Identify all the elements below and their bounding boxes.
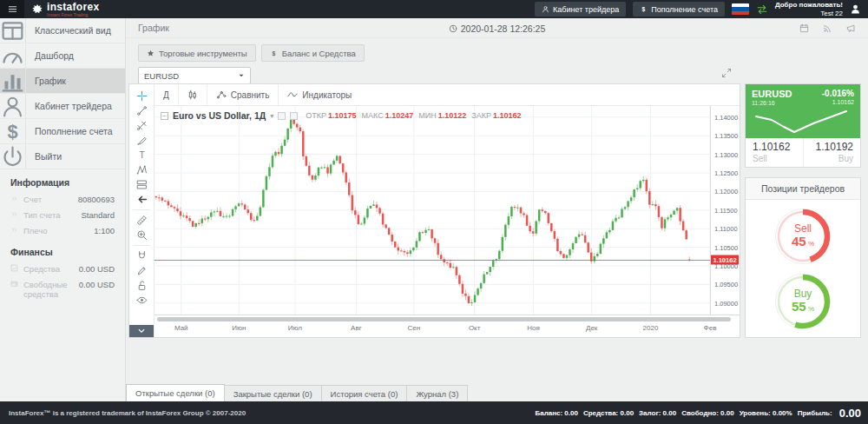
- sidebar-item-label: Выйти: [26, 144, 62, 169]
- sidebar-item-dashboard[interactable]: Дашборд: [0, 43, 125, 69]
- toolbar-more-button[interactable]: [129, 325, 154, 337]
- main-area: 2020-01-28 12:26:25 График Торговые инст…: [126, 18, 868, 401]
- footer-stat: Залог: 0.00: [639, 409, 676, 417]
- instaforex-logo-icon: [31, 3, 43, 16]
- sidebar-item-power[interactable]: Выйти: [0, 144, 125, 169]
- logo-subtitle: Instant Forex Trading: [47, 13, 99, 17]
- buy-price: 1.10192: [811, 141, 854, 153]
- time-tick: Сен: [408, 324, 421, 332]
- price-tick: 1.10000: [714, 262, 738, 270]
- legend-collapse-icon[interactable]: −: [161, 112, 168, 120]
- candles-icon: [187, 89, 198, 100]
- angles-icon: [10, 210, 18, 218]
- position-tool-icon[interactable]: [132, 177, 151, 192]
- sell-positions-donut[interactable]: Sell 45 %: [774, 208, 832, 265]
- legend-settings-icon[interactable]: [290, 112, 298, 120]
- sidebar-item-bar-chart[interactable]: График: [0, 69, 125, 94]
- deposit-label: Пополнение счета: [651, 5, 718, 14]
- calendar-icon[interactable]: [799, 23, 809, 33]
- timeframe-button[interactable]: Д: [155, 84, 179, 105]
- sidebar-item-user[interactable]: Кабинет трейдера: [0, 94, 125, 119]
- legend-caret-icon[interactable]: ▾: [270, 112, 273, 120]
- language-flag-ru[interactable]: [732, 3, 749, 15]
- ruler-tool-icon[interactable]: [132, 213, 151, 228]
- brush-tool-icon[interactable]: [132, 133, 151, 148]
- magnet-tool-icon[interactable]: [132, 248, 151, 263]
- pencil-tool-icon[interactable]: [132, 263, 151, 278]
- menu-toggle-button[interactable]: [0, 0, 24, 18]
- info-value: Standard: [81, 210, 115, 220]
- price-axis[interactable]: 1.10162 1.140001.135001.130001.125001.12…: [710, 106, 740, 315]
- info-label: Плечо: [23, 226, 94, 236]
- chart-style-button[interactable]: [179, 84, 207, 105]
- footer-stat: Баланс: 0.00: [535, 409, 577, 417]
- xabcd-tool-icon[interactable]: [132, 162, 151, 177]
- time-axis[interactable]: МайИюнИюлАвгСенОктНояДек2020Фев: [155, 315, 740, 337]
- power-icon: [0, 144, 26, 169]
- fullscreen-icon[interactable]: [721, 68, 732, 78]
- sidebar-item-label: Дашборд: [26, 43, 74, 68]
- tab-журнал-3-[interactable]: Журнал (3): [406, 385, 468, 401]
- star-icon: [147, 50, 155, 57]
- deposit-button[interactable]: $ Пополнение счета: [633, 2, 725, 17]
- compare-button[interactable]: Сравнить: [207, 84, 279, 105]
- right-panel: EURUSD 11:26:16 -0.016% 1.10162 1.10162 …: [745, 83, 861, 338]
- chart-scrollbar[interactable]: [157, 317, 731, 321]
- window-icon: [0, 18, 26, 43]
- rss-icon[interactable]: [823, 23, 832, 33]
- avatar-icon[interactable]: [850, 3, 861, 15]
- price-tick: 1.09000: [714, 299, 738, 307]
- price-tick: 1.12000: [714, 188, 738, 195]
- exchange-arrows-icon[interactable]: [756, 3, 768, 16]
- buy-button[interactable]: 1.10192 Buy: [803, 138, 861, 167]
- tab-открытые-сделки-0-[interactable]: Открытые сделки (0): [126, 384, 225, 401]
- user-icon: [542, 5, 549, 13]
- instaforex-logo[interactable]: instaforex Instant Forex Trading: [31, 2, 99, 17]
- arrow-left-tool-icon[interactable]: [132, 192, 151, 207]
- trend-line-tool-icon[interactable]: [132, 103, 151, 118]
- quote-header: EURUSD 11:26:16 -0.016% 1.10162: [746, 84, 860, 138]
- dollar-icon: $: [640, 5, 648, 13]
- chart-panel: T Д Сравнить Индикаторы − Euro vs US Dol…: [128, 83, 740, 338]
- sell-label: Sell: [753, 154, 796, 163]
- trading-instruments-button[interactable]: Торговые инструменты: [138, 44, 256, 62]
- ohlc-ЗАКР: ЗАКР1.10162: [471, 111, 521, 120]
- donut-value: 55 %: [792, 300, 814, 315]
- quote-change: -0.016%: [822, 89, 854, 98]
- announcements-icon[interactable]: [846, 23, 856, 33]
- toolbar-divider: [133, 245, 150, 246]
- sidebar-item-window[interactable]: Классический вид: [0, 18, 125, 43]
- footer-stat: Свободно: 0.00: [681, 409, 733, 417]
- sell-button[interactable]: 1.10162 Sell: [746, 138, 803, 167]
- trading-instruments-label: Торговые инструменты: [159, 49, 247, 58]
- buy-positions-donut[interactable]: Buy 55 %: [774, 273, 832, 330]
- quote-widget[interactable]: EURUSD 11:26:16 -0.016% 1.10162 1.10162 …: [745, 83, 861, 168]
- time-tick: Июн: [232, 324, 246, 332]
- sidebar-item-dollar[interactable]: $Пополнение счета: [0, 119, 125, 144]
- ohlc-МАКС: МАКС1.10247: [362, 111, 414, 120]
- tab-история-счета-0-[interactable]: История счета (0): [321, 385, 408, 401]
- tab-закрытые-сделки-0-[interactable]: Закрытые сделки (0): [224, 385, 322, 401]
- zoom-in-tool-icon[interactable]: [132, 228, 151, 242]
- top-navbar: instaforex Instant Forex Trading Кабинет…: [0, 0, 868, 18]
- lock-open-tool-icon[interactable]: [132, 278, 151, 293]
- eye-tool-icon[interactable]: [132, 293, 151, 308]
- legend-hide-icon[interactable]: [278, 112, 286, 120]
- quote-price: 1.10162: [832, 99, 854, 105]
- sidebar-info-heading: Информация: [0, 169, 125, 192]
- crosshair-tool-icon[interactable]: [132, 89, 151, 103]
- indicators-button[interactable]: Индикаторы: [279, 84, 360, 105]
- symbol-select[interactable]: EURUSD: [138, 67, 251, 84]
- price-tick: 1.11500: [714, 206, 738, 214]
- chart-plot[interactable]: − Euro vs US Dollar, 1Д ▾ ОТКР1.10175МАК…: [155, 106, 710, 315]
- angles-icon: [10, 226, 18, 234]
- info-value: 0.00 USD: [79, 280, 115, 289]
- pitchfork-tool-icon[interactable]: [132, 118, 151, 133]
- sidebar-info-row: Средства0.00 USD: [0, 262, 125, 277]
- text-tool-icon[interactable]: T: [132, 148, 151, 162]
- chart-plot-wrap: − Euro vs US Dollar, 1Д ▾ ОТКР1.10175МАК…: [155, 106, 740, 337]
- trader-cabinet-button[interactable]: Кабинет трейдера: [535, 2, 626, 17]
- sidebar-menu: Классический видДашбордГрафикКабинет тре…: [0, 18, 125, 169]
- balance-funds-button[interactable]: $ Баланс и Средства: [261, 44, 365, 62]
- sidebar-item-label: График: [26, 69, 66, 93]
